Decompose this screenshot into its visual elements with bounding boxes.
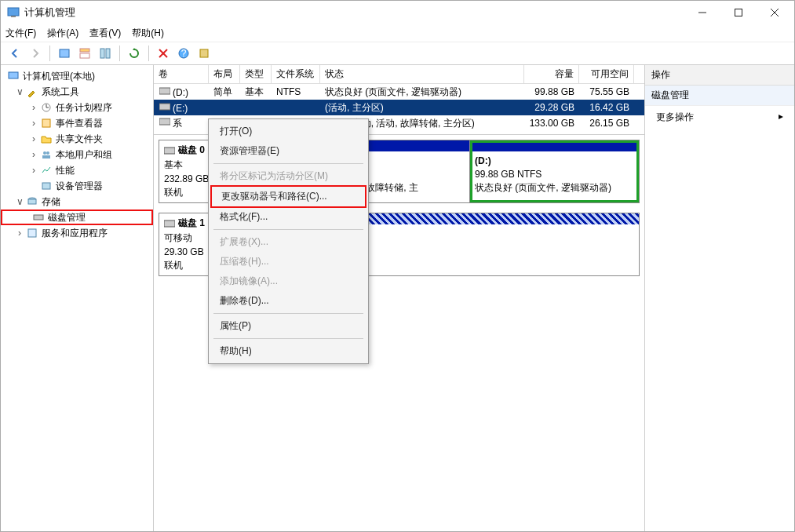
ctx-help[interactable]: 帮助(H) xyxy=(210,341,367,361)
ctx-extend: 扩展卷(X)... xyxy=(210,232,367,252)
svg-rect-15 xyxy=(200,49,208,57)
back-button[interactable] xyxy=(5,44,24,63)
users-icon xyxy=(40,148,53,161)
tree-task-scheduler[interactable]: ›任务计划程序 xyxy=(1,100,153,115)
tree-storage[interactable]: ∨存储 xyxy=(1,194,153,210)
disk-icon xyxy=(32,211,45,224)
svg-rect-32 xyxy=(164,148,175,154)
folder-icon xyxy=(40,133,53,145)
window-title: 计算机管理 xyxy=(24,5,684,20)
app-icon xyxy=(7,6,20,19)
collapse-icon[interactable]: ∨ xyxy=(15,86,24,97)
separator xyxy=(119,46,120,61)
svg-rect-8 xyxy=(80,53,89,58)
toolbar-view2[interactable] xyxy=(75,44,94,63)
svg-rect-7 xyxy=(80,49,89,52)
tree-systools[interactable]: ∨系统工具 xyxy=(1,84,153,100)
separator xyxy=(213,163,363,164)
nav-tree[interactable]: 计算机管理(本地) ∨系统工具 ›任务计划程序 ›事件查看器 ›共享文件夹 ›本… xyxy=(1,65,154,531)
svg-rect-0 xyxy=(8,8,19,16)
titlebar: 计算机管理 xyxy=(1,1,794,24)
tree-event-viewer[interactable]: ›事件查看器 xyxy=(1,115,153,131)
tree-disk-management[interactable]: 磁盘管理 xyxy=(1,210,153,225)
ctx-change-drive-letter[interactable]: 更改驱动器号和路径(C)... xyxy=(210,185,367,208)
tree-shared-folders[interactable]: ›共享文件夹 xyxy=(1,131,153,147)
volume-row[interactable]: (E:) (活动, 主分区) 29.28 GB 16.42 GB xyxy=(154,100,644,115)
collapse-icon[interactable]: ∨ xyxy=(15,196,24,207)
ctx-explorer[interactable]: 资源管理器(E) xyxy=(210,141,367,161)
services-icon xyxy=(26,227,38,239)
menu-view[interactable]: 查看(V) xyxy=(89,27,121,40)
separator xyxy=(49,46,50,61)
tree-performance[interactable]: ›性能 xyxy=(1,162,153,178)
refresh-button[interactable] xyxy=(125,44,144,63)
col-status[interactable]: 状态 xyxy=(320,65,524,83)
disk-icon xyxy=(164,146,175,155)
volume-icon xyxy=(159,116,171,127)
ctx-mirror: 添加镜像(A)... xyxy=(210,271,367,291)
svg-rect-3 xyxy=(735,9,742,16)
delete-button[interactable] xyxy=(154,44,173,63)
forward-button[interactable] xyxy=(26,44,45,63)
minimize-button[interactable] xyxy=(684,1,720,24)
separator xyxy=(213,313,363,314)
col-cap[interactable]: 容量 xyxy=(524,65,579,83)
svg-rect-16 xyxy=(9,72,18,78)
ctx-open[interactable]: 打开(O) xyxy=(210,122,367,141)
extra-button[interactable] xyxy=(195,44,213,63)
svg-rect-9 xyxy=(100,49,104,58)
tree-local-users[interactable]: ›本地用户和组 xyxy=(1,147,153,162)
menu-file[interactable]: 文件(F) xyxy=(5,27,36,40)
tree-services[interactable]: ›服务和应用程序 xyxy=(1,225,153,241)
computer-icon xyxy=(7,70,20,82)
expand-icon[interactable]: › xyxy=(29,149,38,160)
actions-group[interactable]: 磁盘管理 xyxy=(645,86,794,106)
svg-point-21 xyxy=(43,151,46,155)
context-menu: 打开(O) 资源管理器(E) 将分区标记为活动分区(M) 更改驱动器号和路径(C… xyxy=(208,118,369,364)
toolbar-view1[interactable] xyxy=(55,44,74,63)
volume-grid-header: 卷 布局 类型 文件系统 状态 容量 可用空间 xyxy=(154,65,644,84)
tree-device-manager[interactable]: 设备管理器 xyxy=(1,178,153,194)
tree-root[interactable]: 计算机管理(本地) xyxy=(1,68,153,84)
svg-rect-23 xyxy=(42,155,50,159)
expand-icon[interactable]: › xyxy=(15,228,24,239)
col-type[interactable]: 类型 xyxy=(240,65,272,83)
clock-icon xyxy=(40,101,53,114)
disk-icon xyxy=(164,219,175,228)
col-free[interactable]: 可用空间 xyxy=(579,65,634,83)
storage-icon xyxy=(26,195,38,208)
svg-rect-6 xyxy=(60,49,69,57)
svg-rect-24 xyxy=(42,183,50,189)
actions-more[interactable]: 更多操作▸ xyxy=(645,106,794,129)
tools-icon xyxy=(26,86,38,98)
event-icon xyxy=(40,117,53,129)
partition[interactable]: (D:) 99.88 GB NTFS 状态良好 (页面文件, 逻辑驱动器) xyxy=(470,140,639,202)
maximize-button[interactable] xyxy=(720,1,757,24)
menu-action[interactable]: 操作(A) xyxy=(47,27,78,40)
close-button[interactable] xyxy=(757,1,793,24)
expand-icon[interactable]: › xyxy=(29,133,38,144)
expand-icon[interactable]: › xyxy=(29,165,38,176)
svg-rect-31 xyxy=(159,118,170,125)
svg-rect-26 xyxy=(28,199,36,204)
svg-rect-30 xyxy=(159,104,170,110)
toolbar-view3[interactable] xyxy=(96,44,115,63)
partition-bar xyxy=(470,140,639,151)
svg-rect-20 xyxy=(42,119,50,127)
ctx-format[interactable]: 格式化(F)... xyxy=(210,207,367,227)
volume-row[interactable]: (D:) 简单 基本 NTFS 状态良好 (页面文件, 逻辑驱动器) 99.88… xyxy=(154,84,644,100)
col-fs[interactable]: 文件系统 xyxy=(272,65,320,83)
expand-icon[interactable]: › xyxy=(29,102,38,113)
perf-icon xyxy=(40,164,53,177)
svg-rect-29 xyxy=(159,88,170,94)
svg-point-22 xyxy=(46,151,49,155)
ctx-delete[interactable]: 删除卷(D)... xyxy=(210,291,367,311)
svg-rect-1 xyxy=(11,16,16,17)
col-name[interactable]: 卷 xyxy=(154,65,209,83)
ctx-properties[interactable]: 属性(P) xyxy=(210,316,367,336)
svg-rect-28 xyxy=(28,229,36,237)
expand-icon[interactable]: › xyxy=(29,118,38,129)
help-button[interactable]: ? xyxy=(174,44,193,63)
col-layout[interactable]: 布局 xyxy=(209,65,240,83)
menu-help[interactable]: 帮助(H) xyxy=(132,27,164,40)
